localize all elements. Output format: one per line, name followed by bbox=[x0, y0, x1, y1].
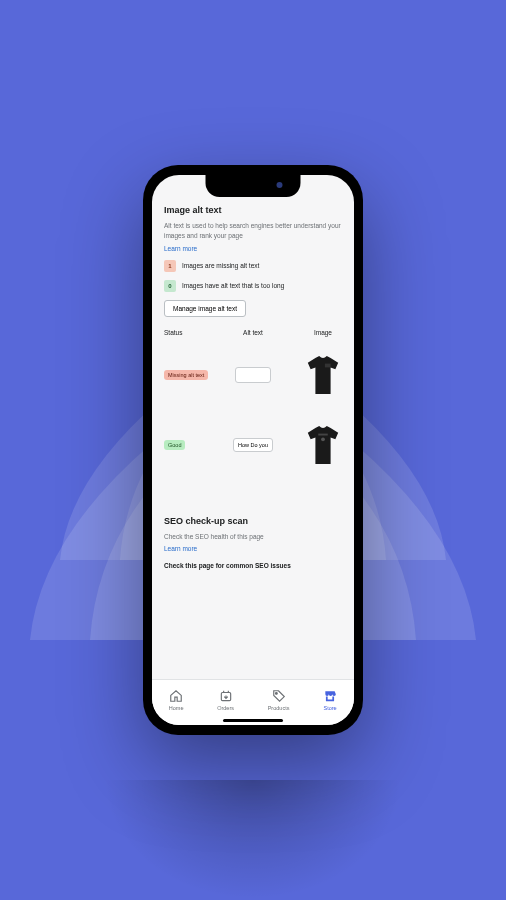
tab-orders[interactable]: Orders bbox=[217, 689, 234, 711]
seo-check-text: Check this page for common SEO issues bbox=[164, 562, 342, 569]
alert-text: Images are missing alt text bbox=[182, 262, 259, 269]
tab-label: Orders bbox=[217, 705, 234, 711]
phone-frame: Image alt text Alt text is used to help … bbox=[143, 165, 363, 735]
manage-alt-text-button[interactable]: Manage image alt text bbox=[164, 300, 246, 317]
status-badge-missing: Missing alt text bbox=[164, 370, 208, 380]
tab-label: Store bbox=[324, 705, 337, 711]
alt-text-table: Status Alt text Image Missing alt text bbox=[164, 329, 342, 480]
seo-description: Check the SEO health of this page bbox=[164, 532, 342, 542]
alert-missing: 1 Images are missing alt text bbox=[164, 260, 342, 272]
product-image-thumbnail bbox=[304, 354, 342, 396]
product-image-thumbnail bbox=[304, 424, 342, 466]
seo-section: SEO check-up scan Check the SEO health o… bbox=[164, 500, 342, 570]
seo-title: SEO check-up scan bbox=[164, 516, 342, 526]
svg-rect-0 bbox=[325, 363, 331, 367]
table-row: Good How Do you bbox=[164, 410, 342, 480]
phone-reflection bbox=[103, 780, 403, 900]
alt-text-value-button[interactable]: How Do you bbox=[233, 438, 273, 452]
alert-text: Images have alt text that is too long bbox=[182, 282, 284, 289]
svg-point-4 bbox=[275, 692, 277, 694]
status-badge-good: Good bbox=[164, 440, 185, 450]
alt-text-description: Alt text is used to help search engines … bbox=[164, 221, 342, 241]
tab-label: Home bbox=[169, 705, 184, 711]
store-icon bbox=[323, 689, 337, 703]
home-icon bbox=[169, 689, 183, 703]
svg-point-1 bbox=[321, 437, 325, 441]
alert-count-badge: 1 bbox=[164, 260, 176, 272]
screen-content: Image alt text Alt text is used to help … bbox=[152, 175, 354, 679]
tab-home[interactable]: Home bbox=[169, 689, 184, 711]
alt-text-learn-more-link[interactable]: Learn more bbox=[164, 245, 342, 252]
phone-notch bbox=[206, 175, 301, 197]
home-indicator bbox=[223, 719, 283, 722]
tab-store[interactable]: Store bbox=[323, 689, 337, 711]
phone-screen: Image alt text Alt text is used to help … bbox=[152, 175, 354, 725]
tab-products[interactable]: Products bbox=[268, 689, 290, 711]
table-row: Missing alt text bbox=[164, 340, 342, 410]
orders-icon bbox=[219, 689, 233, 703]
tab-label: Products bbox=[268, 705, 290, 711]
alert-count-badge: 0 bbox=[164, 280, 176, 292]
seo-learn-more-link[interactable]: Learn more bbox=[164, 545, 342, 552]
alert-too-long: 0 Images have alt text that is too long bbox=[164, 280, 342, 292]
alt-text-title: Image alt text bbox=[164, 205, 342, 215]
table-header: Status Alt text Image bbox=[164, 329, 342, 340]
alt-text-input[interactable] bbox=[235, 367, 271, 383]
col-status: Status bbox=[164, 329, 223, 336]
col-alt-text: Alt text bbox=[224, 329, 283, 336]
col-image: Image bbox=[283, 329, 342, 336]
svg-rect-2 bbox=[318, 433, 328, 435]
products-icon bbox=[272, 689, 286, 703]
